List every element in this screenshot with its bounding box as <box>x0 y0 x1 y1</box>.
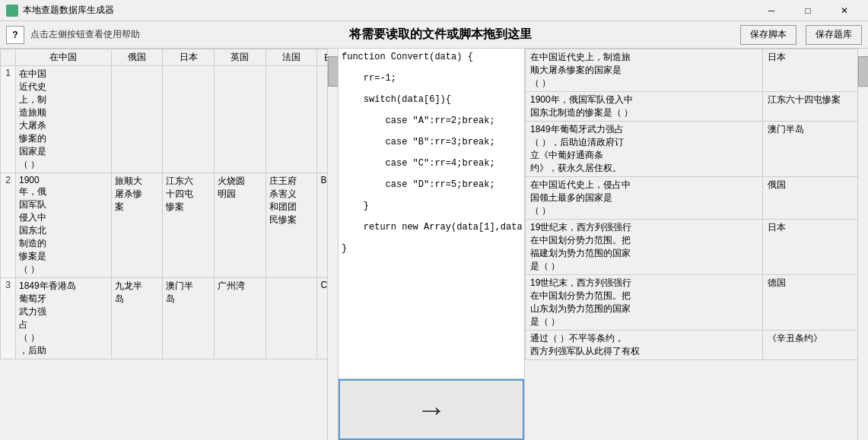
cell-2-1: 旅顺大屠杀惨案 <box>111 173 163 278</box>
cell-3-1: 九龙半岛 <box>111 278 163 359</box>
cell-1-2 <box>163 66 215 173</box>
convert-button[interactable]: → <box>339 379 524 440</box>
minimize-button[interactable]: ─ <box>754 0 789 21</box>
cell-3-0: 1849年香港岛葡萄牙武力强占（ ），后助 <box>16 278 112 359</box>
cell-1-3 <box>215 66 266 173</box>
col-header-1: 俄国 <box>111 49 163 66</box>
titlebar-controls: ─ □ ✕ <box>754 0 862 21</box>
help-text: 点击左侧按钮查看使用帮助 <box>30 28 140 41</box>
table-row: 19世纪末，西方列强强行在中国划分势力范围。把福建划为势力范围的国家是（ ） 日… <box>526 220 868 275</box>
output-scroll[interactable]: 在中国近代史上，制造旅顺大屠杀惨案的国家是（ ） 日本 1900年，俄国军队侵入… <box>525 49 868 440</box>
row-num-1: 1 <box>1 66 16 173</box>
output-answer-3: 澳门半岛 <box>762 122 867 177</box>
table-row: 通过（ ）不平等条约，西方列强军队从此得了有权 《辛丑条约》 <box>526 331 868 360</box>
script-editor[interactable]: function Convert(data) { rr=-1; switch(d… <box>339 49 524 379</box>
col-header-3: 英国 <box>215 49 266 66</box>
left-scrollbar[interactable] <box>327 49 338 440</box>
save-lib-button[interactable]: 保存题库 <box>806 25 862 45</box>
col-header-2: 日本 <box>163 49 215 66</box>
table-row: 在中国近代史上，制造旅顺大屠杀惨案的国家是（ ） 日本 <box>526 49 868 92</box>
main-area: 在中国 俄国 日本 英国 法国 B 1 在中国近代史上，制造旅顺大屠杀惨案的国家… <box>0 49 868 440</box>
col-header-num <box>1 49 16 66</box>
row-num-3: 3 <box>1 278 16 359</box>
row-num-2: 2 <box>1 173 16 278</box>
col-header-4: 法国 <box>265 49 317 66</box>
output-question-6: 19世纪末，西方列强强行在中国划分势力范围。把山东划为势力范围的国家是（ ） <box>526 275 763 331</box>
output-question-4: 在中国近代史上，侵占中国领土最多的国家是（ ） <box>526 177 763 220</box>
table-row: 1849年葡萄牙武力强占（ ），后助迫清政府订立《中葡好通商条约》，获永久居住权… <box>526 122 868 177</box>
maximize-button[interactable]: □ <box>790 0 825 21</box>
table-row: 2 1900年，俄国军队侵入中国东北制造的惨案是（ ） 旅顺大屠杀惨案 江东六十… <box>1 173 338 278</box>
cell-2-2: 江东六十四屯惨案 <box>163 173 215 278</box>
cell-1-0: 在中国近代史上，制造旅顺大屠杀惨案的国家是（ ） <box>16 66 112 173</box>
cell-2-3: 火烧圆明园 <box>215 173 266 278</box>
table-row: 19世纪末，西方列强强行在中国划分势力范围。把山东划为势力范围的国家是（ ） 德… <box>526 275 868 331</box>
cell-3-4 <box>265 278 317 359</box>
cell-2-4: 庄王府杀害义和团团民惨案 <box>265 173 317 278</box>
output-question-1: 在中国近代史上，制造旅顺大屠杀惨案的国家是（ ） <box>526 49 763 92</box>
output-answer-7: 《辛丑条约》 <box>762 331 867 360</box>
output-question-3: 1849年葡萄牙武力强占（ ），后助迫清政府订立《中葡好通商条约》，获永久居住权… <box>526 122 763 177</box>
output-question-2: 1900年，俄国军队侵入中国东北制造的惨案是（ ） <box>526 92 763 122</box>
col-header-0: 在中国 <box>16 49 112 66</box>
cell-2-0: 1900年，俄国军队侵入中国东北制造的惨案是（ ） <box>16 173 112 278</box>
drag-hint: 将需要读取的文件或脚本拖到这里 <box>146 27 734 43</box>
cell-3-2: 澳门半岛 <box>163 278 215 359</box>
output-table: 在中国近代史上，制造旅顺大屠杀惨案的国家是（ ） 日本 1900年，俄国军队侵入… <box>525 49 868 360</box>
output-answer-4: 俄国 <box>762 177 867 220</box>
table-row: 在中国近代史上，侵占中国领土最多的国家是（ ） 俄国 <box>526 177 868 220</box>
output-question-5: 19世纪末，西方列强强行在中国划分势力范围。把福建划为势力范围的国家是（ ） <box>526 220 763 275</box>
cell-1-1 <box>111 66 163 173</box>
close-button[interactable]: ✕ <box>827 0 862 21</box>
output-answer-5: 日本 <box>762 220 867 275</box>
output-answer-1: 日本 <box>762 49 867 92</box>
table-row: 3 1849年香港岛葡萄牙武力强占（ ），后助 九龙半岛 澳门半岛 广州湾 C <box>1 278 338 359</box>
toolbar: ? 点击左侧按钮查看使用帮助 将需要读取的文件或脚本拖到这里 保存脚本 保存题库 <box>0 21 868 49</box>
table-row: 1900年，俄国军队侵入中国东北制造的惨案是（ ） 江东六十四屯惨案 <box>526 92 868 122</box>
titlebar: 本地查题数据库生成器 ─ □ ✕ <box>0 0 868 21</box>
table-row: 1 在中国近代史上，制造旅顺大屠杀惨案的国家是（ ） <box>1 66 338 173</box>
left-table-scroll[interactable]: 在中国 俄国 日本 英国 法国 B 1 在中国近代史上，制造旅顺大屠杀惨案的国家… <box>0 49 338 440</box>
output-question-7: 通过（ ）不平等条约，西方列强军队从此得了有权 <box>526 331 763 360</box>
titlebar-title: 本地查题数据库生成器 <box>23 4 754 17</box>
left-panel: 在中国 俄国 日本 英国 法国 B 1 在中国近代史上，制造旅顺大屠杀惨案的国家… <box>0 49 339 440</box>
right-scrollbar-thumb[interactable] <box>858 56 868 87</box>
output-answer-6: 德国 <box>762 275 867 331</box>
output-answer-2: 江东六十四屯惨案 <box>762 92 867 122</box>
left-scrollbar-thumb[interactable] <box>328 56 339 87</box>
right-panel: 在中国近代史上，制造旅顺大屠杀惨案的国家是（ ） 日本 1900年，俄国军队侵入… <box>525 49 868 440</box>
right-scrollbar[interactable] <box>857 49 868 440</box>
arrow-icon: → <box>416 393 447 427</box>
app-icon <box>6 5 18 17</box>
save-script-button[interactable]: 保存脚本 <box>740 25 796 45</box>
middle-panel: function Convert(data) { rr=-1; switch(d… <box>339 49 525 440</box>
cell-1-4 <box>265 66 317 173</box>
data-table: 在中国 俄国 日本 英国 法国 B 1 在中国近代史上，制造旅顺大屠杀惨案的国家… <box>0 49 338 359</box>
help-button[interactable]: ? <box>6 26 24 44</box>
cell-3-3: 广州湾 <box>215 278 266 359</box>
